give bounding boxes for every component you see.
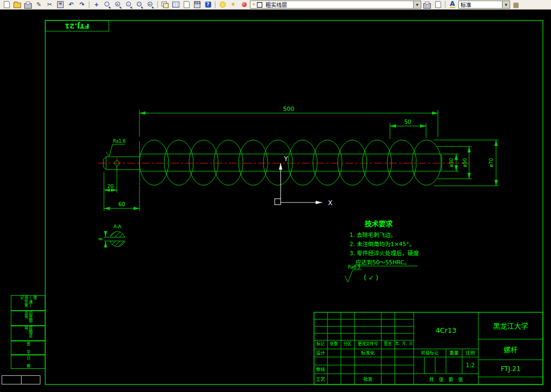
palette-icon[interactable]: ▦: [511, 1, 521, 9]
zoom-in-icon[interactable]: +: [113, 1, 123, 9]
layer-properties-icon[interactable]: [160, 1, 170, 9]
tb-approve: 批准: [363, 376, 373, 382]
top-toolbar: ✎ ✂ ▤ ↶ ↷ + + - □ ↩ 888 ? ☀ ☀ 粗实线层 ▼ A 标…: [0, 0, 551, 10]
y-axis-label: Y: [283, 155, 288, 163]
dim-overall-500[interactable]: 500: [140, 106, 438, 137]
calculator-icon[interactable]: 888: [192, 1, 202, 9]
tb-standardize: 标准化: [361, 350, 375, 355]
layer-name-label: 粗实线层: [264, 1, 413, 9]
dim-dia30[interactable]: ø30: [443, 154, 459, 171]
corner-label: FTJ.21: [65, 22, 89, 30]
plot-preview-icon[interactable]: [433, 1, 443, 9]
dim-label: 60: [118, 201, 125, 207]
roughness-general-label: Ra6.3: [348, 265, 360, 270]
tb-design: 设计: [316, 350, 325, 355]
tech-requirements: 技术要求 1. 去除毛刺飞边。 2. 未注倒角均为1×45°。 3. 零件经淬火…: [350, 220, 419, 266]
dim-label: 20: [107, 183, 114, 189]
tb-change-doc: 更改文件号: [358, 341, 378, 346]
print-icon[interactable]: [23, 1, 33, 9]
ucs-icon[interactable]: X Y: [275, 155, 332, 207]
roughness-paren-label: ( ✓ ): [364, 274, 378, 282]
zoom-previous-icon[interactable]: ↩: [145, 1, 155, 9]
dim-pitch-50[interactable]: 50: [390, 119, 426, 139]
toolbar-separator: [157, 1, 158, 8]
tb-date: 年、月、日: [395, 341, 413, 346]
plot-icon[interactable]: [422, 1, 432, 9]
corner-sign-date-box: [2, 375, 40, 384]
dim-label: 50: [404, 119, 411, 125]
screw-profile[interactable]: [103, 140, 442, 185]
grid-table-icon[interactable]: [171, 1, 180, 9]
undo-icon[interactable]: ↶: [66, 1, 76, 9]
tech-item: 应达到50～55HRC。: [355, 259, 410, 265]
layer-on-icon: ☀: [252, 2, 256, 8]
toolbar-separator: [89, 1, 89, 8]
tech-item: 1. 去除毛刺飞边。: [350, 232, 396, 238]
clipboard-icon[interactable]: ▤: [55, 1, 65, 9]
roughness-note: Ra6.3 ( ✓ ): [345, 265, 379, 282]
dim-shank-60[interactable]: 60: [104, 186, 140, 211]
new-doc-icon[interactable]: [2, 1, 11, 9]
tb-stage: 阶段标记: [421, 350, 438, 355]
redo-icon[interactable]: ↷: [77, 1, 87, 9]
dim-hole-20[interactable]: 20: [104, 166, 117, 193]
strip-borrow-record: 借(通)用件登记: [11, 295, 45, 311]
dim-label: ø70: [489, 158, 494, 167]
strip-date: 日 期: [11, 355, 45, 369]
dim-dia50[interactable]: ø50: [437, 146, 472, 179]
light-bulb-icon[interactable]: [218, 1, 227, 9]
strip-base-drawing-no: 底图总号: [11, 326, 45, 341]
zoom-window-icon[interactable]: □: [135, 1, 144, 9]
tb-sign: 签名: [384, 341, 392, 346]
tb-zone: 分区: [344, 341, 352, 346]
tb-material: 4Cr13: [435, 326, 456, 334]
dim-label: ø30: [449, 158, 454, 167]
tb-mark: 标记: [317, 341, 325, 346]
tb-weight: 重量: [449, 350, 459, 355]
tech-item: 3. 零件经淬火处理后，硬度: [350, 250, 419, 256]
toolbar-separator: [445, 1, 445, 8]
sun-icon[interactable]: ☀: [228, 1, 238, 9]
tb-dwg-no: FTJ.21: [501, 365, 521, 373]
zoom-out-icon[interactable]: -: [124, 1, 134, 9]
red-sphere-icon[interactable]: [239, 1, 249, 9]
help-icon[interactable]: ?: [203, 1, 213, 9]
tb-count: 处数: [330, 341, 338, 346]
drawing-canvas[interactable]: FTJ.21: [0, 10, 551, 392]
text-style-label: 标准: [459, 1, 502, 9]
chevron-down-icon[interactable]: ▼: [413, 1, 421, 8]
roughness-label: Ra1.6: [113, 139, 125, 144]
dim-label: 8: [99, 237, 103, 240]
pencil-icon[interactable]: ✎: [34, 1, 44, 9]
tb-scale: 比例: [465, 350, 475, 355]
cad-window: ✎ ✂ ▤ ↶ ↷ + + - □ ↩ 888 ? ☀ ☀ 粗实线层 ▼ A 标…: [0, 0, 551, 392]
dim-label: ø50: [462, 158, 468, 167]
sheet-icon[interactable]: [182, 1, 191, 9]
section-label: A-A: [114, 224, 122, 229]
text-style-dropdown[interactable]: 标准 ▼: [458, 1, 510, 9]
corner-date-cell: [22, 376, 40, 384]
tb-scale-value: 1:2: [466, 362, 475, 368]
tb-part-name: 螺杆: [504, 346, 518, 354]
strip-signature: 签 字: [11, 341, 45, 355]
layer-dropdown[interactable]: ☀ 粗实线层 ▼: [250, 1, 421, 9]
layer-color-chip-icon: [257, 2, 262, 8]
chevron-down-icon[interactable]: ▼: [502, 1, 510, 8]
text-style-icon[interactable]: A: [448, 1, 457, 9]
x-axis-label: X: [328, 199, 332, 207]
strip-old-drawing-no: 旧底图总号: [11, 311, 45, 326]
scissors-icon[interactable]: ✂: [45, 1, 54, 9]
tb-process: 工艺: [316, 376, 325, 382]
dim-label: 500: [283, 106, 295, 113]
tb-org: 黑龙江大学: [493, 322, 528, 330]
pan-icon[interactable]: +: [92, 1, 101, 9]
open-folder-icon[interactable]: [12, 1, 22, 9]
tech-title: 技术要求: [365, 220, 393, 228]
tb-sheet-row: 共 张 第 张: [429, 376, 463, 382]
title-block: 标记 处数 分区 更改文件号 签名 年、月、日 设计 标准化 审核 工艺 批准 …: [314, 312, 543, 384]
corner-sign-cell: [2, 376, 22, 384]
section-view-a-a[interactable]: A-A 8: [96, 224, 135, 254]
zoom-realtime-icon[interactable]: [102, 1, 112, 9]
surface-roughness-shaft[interactable]: Ra1.6: [106, 139, 125, 156]
toolbar-separator: [215, 1, 215, 8]
